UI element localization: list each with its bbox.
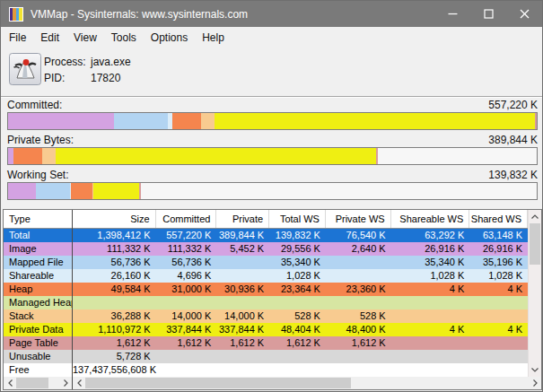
private-bytes-label: Private Bytes:: [7, 134, 74, 146]
bar-segment-private-data: [215, 113, 535, 129]
row-type-total[interactable]: Total: [4, 229, 72, 242]
row-type-stack[interactable]: Stack: [4, 309, 72, 323]
cell-shareable-shareable-ws: 1,028 K: [391, 269, 470, 283]
cell-unusable-shared-ws: [469, 350, 528, 363]
title-bar: VMMap - Sysinternals: www.sysinternals.c…: [1, 1, 542, 27]
cell-free-private: [217, 363, 270, 377]
cell-private-data-committed: 337,844 K: [156, 323, 217, 336]
row-type-heap[interactable]: Heap: [4, 283, 72, 296]
cell-total-private: 389,844 K: [216, 229, 269, 242]
memory-table: Type TotalImageMapped FileShareableHeapM…: [3, 209, 542, 390]
bar-segment-heap: [13, 148, 43, 164]
menu-item-view[interactable]: View: [66, 28, 104, 48]
column-header-private[interactable]: Private: [216, 210, 269, 228]
minimize-button[interactable]: [434, 1, 470, 27]
column-header-private-ws[interactable]: Private WS: [326, 210, 391, 228]
table-row-total[interactable]: 1,398,412 K557,220 K389,844 K139,832 K76…: [73, 229, 528, 242]
committed-value: 557,220 K: [488, 99, 538, 111]
working-set-bar: [7, 182, 538, 200]
column-header-size[interactable]: Size: [73, 210, 156, 228]
cell-heap-shared-ws: 4 K: [469, 283, 528, 296]
table-row-mapped-file[interactable]: 56,736 K56,736 K35,340 K35,340 K35,196 K: [73, 256, 528, 269]
cell-managed-heap-committed: [156, 296, 217, 309]
cell-page-table-shareable-ws: [391, 336, 470, 350]
cell-private-data-size: 1,110,972 K: [73, 323, 156, 336]
menu-item-tools[interactable]: Tools: [104, 28, 144, 48]
bar-segment-mapped-file: [114, 113, 168, 129]
cell-unusable-shareable-ws: [391, 350, 470, 363]
scroll-right-icon[interactable]: [529, 377, 541, 389]
cell-page-table-size: 1,612 K: [73, 336, 156, 350]
scroll-left-icon[interactable]: [4, 377, 16, 389]
cell-free-size: 137,437,556,608 K: [73, 363, 156, 377]
h-scrollbar-left[interactable]: [4, 377, 73, 389]
scroll-down-icon[interactable]: [529, 363, 541, 377]
row-type-managed-heap[interactable]: Managed Heap: [4, 296, 72, 309]
v-scrollbar-track[interactable]: [529, 265, 541, 363]
h-scrollbar-right-track[interactable]: [351, 377, 529, 389]
h-scrollbar-right[interactable]: [73, 377, 541, 389]
process-label: Process:: [44, 56, 86, 68]
cell-image-private: 5,452 K: [216, 242, 269, 256]
process-name: java.exe: [91, 56, 131, 68]
bar-segment-private-data: [93, 183, 139, 199]
cell-heap-private: 30,936 K: [216, 283, 269, 296]
row-type-shareable[interactable]: Shareable: [4, 269, 72, 283]
column-header-total-ws[interactable]: Total WS: [269, 210, 326, 228]
row-type-unusable[interactable]: Unusable: [4, 350, 72, 363]
table-row-managed-heap[interactable]: [73, 296, 528, 309]
table-row-heap[interactable]: 49,584 K31,000 K30,936 K23,364 K23,360 K…: [73, 283, 528, 296]
bar-segment-stack: [201, 113, 215, 129]
menu-item-file[interactable]: File: [2, 28, 33, 48]
table-row-stack[interactable]: 36,288 K14,000 K14,000 K528 K528 K: [73, 309, 528, 323]
maximize-button[interactable]: [470, 1, 506, 27]
scroll-right-icon[interactable]: [59, 377, 72, 389]
table-row-page-table[interactable]: 1,612 K1,612 K1,612 K1,612 K1,612 K: [73, 336, 528, 350]
cell-total-private-ws: 76,540 K: [326, 229, 391, 242]
cell-page-table-private-ws: 1,612 K: [326, 336, 391, 350]
v-scrollbar-thumb[interactable]: [530, 223, 540, 265]
committed-bar-block: Committed: 557,220 K: [7, 97, 538, 130]
column-header-type[interactable]: Type: [4, 210, 72, 229]
table-row-unusable[interactable]: 5,728 K: [73, 350, 528, 363]
cell-page-table-shared-ws: [469, 336, 528, 350]
cell-private-data-total-ws: 48,404 K: [269, 323, 326, 336]
scroll-left-icon[interactable]: [73, 377, 85, 389]
table-main: Type TotalImageMapped FileShareableHeapM…: [4, 210, 541, 377]
cell-image-committed: 111,332 K: [156, 242, 217, 256]
column-header-shared-ws[interactable]: Shared WS: [469, 210, 528, 228]
row-type-page-table[interactable]: Page Table: [4, 336, 72, 350]
menu-item-edit[interactable]: Edit: [33, 28, 66, 48]
cell-mapped-file-private: [216, 256, 269, 269]
cell-private-data-shared-ws: 4 K: [469, 323, 528, 336]
row-type-free[interactable]: Free: [4, 363, 72, 377]
table-row-shareable[interactable]: 26,160 K4,696 K1,028 K1,028 K1,028 K: [73, 269, 528, 283]
h-scrollbar-left-track[interactable]: [48, 377, 59, 389]
private-bytes-value: 389,844 K: [488, 134, 538, 146]
close-button[interactable]: [506, 1, 542, 27]
table-row-image[interactable]: 111,332 K111,332 K5,452 K29,556 K2,640 K…: [73, 242, 528, 256]
v-scrollbar[interactable]: [528, 210, 541, 377]
h-scrollbar-left-thumb[interactable]: [16, 378, 48, 388]
scroll-up-icon[interactable]: [529, 210, 541, 223]
table-row-private-data[interactable]: 1,110,972 K337,844 K337,844 K48,404 K48,…: [73, 323, 528, 336]
h-scrollbar-right-thumb[interactable]: [85, 378, 351, 388]
cell-total-size: 1,398,412 K: [73, 229, 156, 242]
cell-shareable-size: 26,160 K: [73, 269, 156, 283]
cell-managed-heap-private-ws: [326, 296, 391, 309]
cell-mapped-file-total-ws: 35,340 K: [269, 256, 326, 269]
window-controls: [434, 1, 542, 27]
cell-stack-committed: 14,000 K: [156, 309, 217, 323]
row-type-mapped-file[interactable]: Mapped File: [4, 256, 72, 269]
column-header-committed[interactable]: Committed: [156, 210, 217, 228]
menu-item-options[interactable]: Options: [144, 28, 195, 48]
cell-image-size: 111,332 K: [73, 242, 156, 256]
cell-mapped-file-shareable-ws: 35,340 K: [391, 256, 470, 269]
column-header-shareable-ws[interactable]: Shareable WS: [391, 210, 470, 228]
row-type-private-data[interactable]: Private Data: [4, 323, 72, 336]
row-type-image[interactable]: Image: [4, 242, 72, 256]
cell-free-private-ws: [326, 363, 391, 377]
bar-segment-mapped-file: [36, 183, 69, 199]
table-row-free[interactable]: 137,437,556,608 K: [73, 363, 528, 377]
menu-item-help[interactable]: Help: [195, 28, 232, 48]
